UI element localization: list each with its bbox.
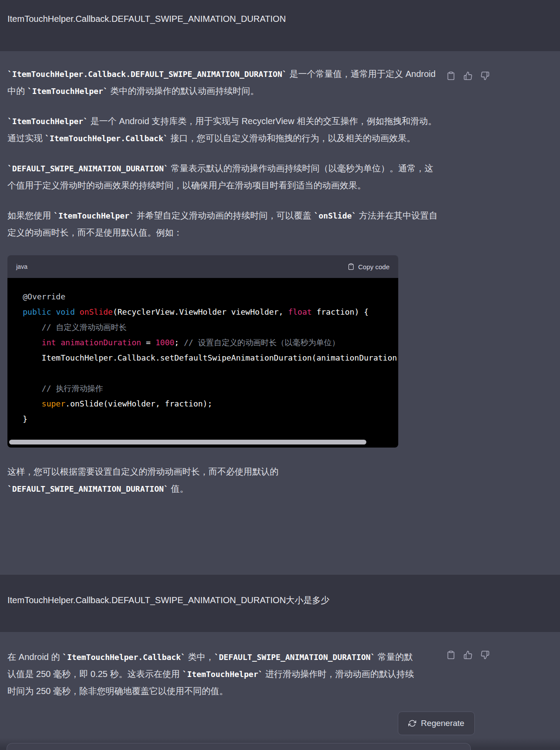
code-language-label: java	[16, 258, 28, 275]
user-message-1: ItemTouchHelper.Callback.DEFAULT_SWIPE_A…	[0, 0, 560, 51]
user-message-2: ItemTouchHelper.Callback.DEFAULT_SWIPE_A…	[0, 575, 560, 632]
regenerate-label: Regenerate	[421, 719, 464, 728]
chat-window: ItemTouchHelper.Callback.DEFAULT_SWIPE_A…	[0, 0, 560, 750]
user-message-text: ItemTouchHelper.Callback.DEFAULT_SWIPE_A…	[0, 0, 560, 24]
paragraph: `ItemTouchHelper.Callback.DEFAULT_SWIPE_…	[7, 66, 438, 100]
assistant-response: `ItemTouchHelper.Callback.DEFAULT_SWIPE_…	[0, 51, 438, 497]
code-content: @Overridepublic void onSlide(RecyclerVie…	[7, 278, 398, 448]
inline-code: `ItemTouchHelper.Callback`	[45, 134, 168, 143]
inline-code: `DEFAULT_SWIPE_ANIMATION_DURATION`	[7, 164, 168, 173]
copy-response-button[interactable]	[446, 650, 456, 660]
thumbs-up-icon	[463, 71, 473, 80]
inline-code: `DEFAULT_SWIPE_ANIMATION_DURATION`	[7, 484, 168, 493]
assistant-response: 在 Android 的 `ItemTouchHelper.Callback` 类…	[0, 632, 415, 700]
thumbs-down-button[interactable]	[480, 71, 490, 80]
message-actions	[446, 650, 490, 660]
regenerate-icon	[408, 719, 416, 727]
thumbs-down-icon	[480, 650, 490, 660]
message-actions	[446, 71, 490, 80]
inline-code: `ItemTouchHelper`	[28, 87, 108, 96]
inline-code: `ItemTouchHelper.Callback`	[63, 653, 186, 662]
inline-code: `ItemTouchHelper.Callback.DEFAULT_SWIPE_…	[7, 69, 287, 79]
inline-code: `ItemTouchHelper`	[182, 670, 263, 679]
assistant-message-1: `ItemTouchHelper.Callback.DEFAULT_SWIPE_…	[0, 51, 560, 575]
clipboard-icon	[348, 263, 355, 270]
paragraph: `ItemTouchHelper` 是一个 Android 支持库类，用于实现与…	[7, 113, 438, 147]
thumbs-down-button[interactable]	[480, 650, 490, 660]
thumbs-down-icon	[480, 71, 490, 80]
user-message-text: ItemTouchHelper.Callback.DEFAULT_SWIPE_A…	[0, 575, 560, 605]
paragraph: 在 Android 的 `ItemTouchHelper.Callback` 类…	[7, 649, 415, 700]
paragraph: `DEFAULT_SWIPE_ANIMATION_DURATION` 常量表示默…	[7, 160, 438, 194]
horizontal-scrollbar-thumb[interactable]	[9, 440, 366, 444]
thumbs-up-icon	[463, 650, 473, 660]
inline-code: `DEFAULT_SWIPE_ANIMATION_DURATION`	[214, 653, 375, 662]
code-block-header: java Copy code	[7, 255, 398, 278]
inline-code: `ItemTouchHelper`	[7, 117, 88, 126]
copy-response-button[interactable]	[446, 71, 456, 80]
assistant-message-2: 在 Android 的 `ItemTouchHelper.Callback` 类…	[0, 632, 560, 750]
paragraph: 如果您使用 `ItemTouchHelper` 并希望自定义滑动动画的持续时间，…	[7, 207, 438, 241]
thumbs-up-button[interactable]	[463, 650, 473, 660]
regenerate-button[interactable]: Regenerate	[398, 712, 475, 735]
copy-icon	[446, 650, 456, 660]
copy-code-label: Copy code	[358, 263, 390, 271]
code-block: java Copy code @Overridepublic void onSl…	[7, 255, 398, 448]
copy-icon	[446, 71, 456, 80]
inline-code: `onSlide`	[314, 211, 357, 220]
copy-code-button[interactable]: Copy code	[348, 263, 390, 271]
inline-code: `ItemTouchHelper`	[54, 211, 134, 220]
chat-input[interactable]	[7, 743, 471, 750]
paragraph: 这样，您可以根据需要设置自定义的滑动动画时长，而不必使用默认的 `DEFAULT…	[7, 463, 438, 497]
thumbs-up-button[interactable]	[463, 71, 473, 80]
